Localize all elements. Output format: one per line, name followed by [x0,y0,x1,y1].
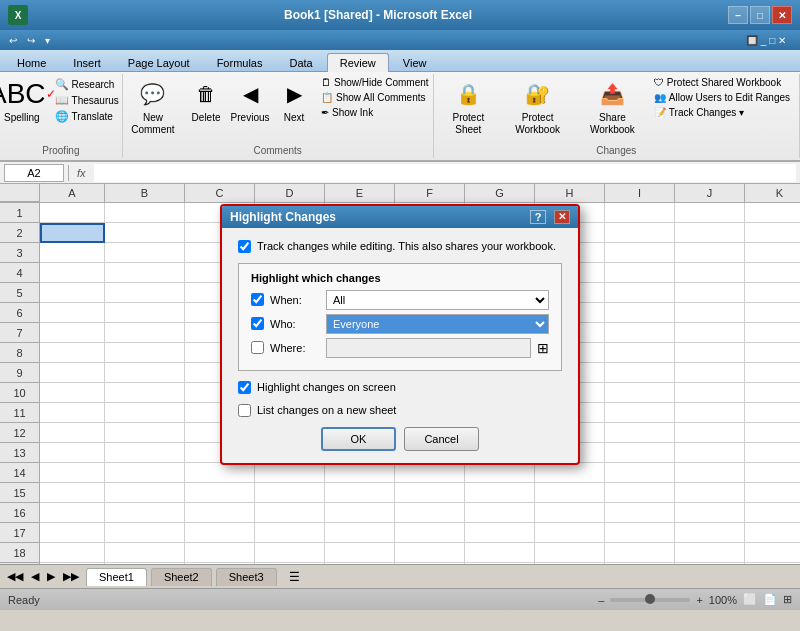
thesaurus-button[interactable]: 📖 Thesaurus [52,93,122,108]
sheet-tab-3[interactable]: Sheet3 [216,568,277,586]
sheet-tab-1[interactable]: Sheet1 [86,568,147,586]
track-changes-checkbox-row: Track changes while editing. This also s… [238,240,562,253]
proofing-label: Proofing [42,145,79,158]
comments-label: Comments [253,145,301,158]
zoom-slider[interactable] [610,598,690,602]
where-checkbox[interactable] [251,341,264,354]
delete-comment-button[interactable]: 🗑 Delete [186,76,226,125]
when-select[interactable]: All Since I last saved Not yet reviewed … [326,290,549,310]
zoom-level: 100% [709,594,737,606]
spreadsheet: A B C D E F G H I J K 123456789101112131… [0,184,800,564]
redo-button[interactable]: ↪ [24,34,38,47]
sheet-nav-last[interactable]: ▶▶ [60,570,82,583]
when-row: When: All Since I last saved Not yet rev… [251,290,549,310]
highlight-screen-row: Highlight changes on screen [238,381,562,394]
formula-bar: fx [0,162,800,184]
highlight-changes-dialog: Highlight Changes ? ✕ Track changes whil… [220,204,580,465]
show-ink-button[interactable]: ✒ Show Ink [318,106,431,119]
highlight-screen-label: Highlight changes on screen [257,381,396,393]
where-range-icon[interactable]: ⊞ [537,340,549,356]
window-title: Book1 [Shared] - Microsoft Excel [28,8,728,22]
undo-button[interactable]: ↩ [6,34,20,47]
tab-data[interactable]: Data [276,53,325,71]
proofing-group: ABC✓ Spelling 🔍 Research 📖 Thesaurus [0,74,123,158]
when-label: When: [270,294,320,306]
changes-group: 🔒 Protect Sheet 🔐 Protect Workbook 📤 Sha… [434,74,800,158]
page-layout-view-button[interactable]: 📄 [763,593,777,606]
where-row: Where: ⊞ [251,338,549,358]
ribbon-tabs: Home Insert Page Layout Formulas Data Re… [0,50,800,72]
tab-review[interactable]: Review [327,53,389,72]
page-break-view-button[interactable]: ⊞ [783,593,792,606]
minimize-button[interactable]: – [728,6,748,24]
highlight-screen-checkbox[interactable] [238,381,251,394]
track-changes-label: Track changes while editing. This also s… [257,240,556,252]
track-changes-button[interactable]: 📝 Track Changes ▾ [651,106,793,119]
where-label: Where: [270,342,320,354]
sheet-tab-2[interactable]: Sheet2 [151,568,212,586]
changes-label: Changes [596,145,636,158]
comments-group: 💬 New Comment 🗑 Delete ◀ Previous ▶ Next [123,74,434,158]
highlight-group: Highlight which changes When: All Since … [238,263,562,371]
list-changes-label: List changes on a new sheet [257,404,396,416]
dialog-help-button[interactable]: ? [530,210,546,224]
protect-workbook-button[interactable]: 🔐 Protect Workbook [501,76,574,138]
dialog-title: Highlight Changes [230,210,336,224]
qa-dropdown[interactable]: ▾ [42,34,53,47]
bottom-bar: ◀◀ ◀ ▶ ▶▶ Sheet1 Sheet2 Sheet3 ☰ [0,564,800,588]
app-logo: X [8,5,28,25]
name-box[interactable] [4,164,64,182]
track-changes-checkbox[interactable] [238,240,251,253]
title-bar: X Book1 [Shared] - Microsoft Excel – □ ✕ [0,0,800,30]
dialog-title-bar: Highlight Changes ? ✕ [222,206,578,228]
ready-status: Ready [8,594,40,606]
formula-input[interactable] [94,164,796,182]
highlight-group-label: Highlight which changes [251,272,549,284]
sheet-nav-first[interactable]: ◀◀ [4,570,26,583]
cancel-button[interactable]: Cancel [404,427,479,451]
status-bar: Ready – + 100% ⬜ 📄 ⊞ [0,588,800,610]
spelling-button[interactable]: ABC✓ Spelling [0,76,44,125]
show-hide-comment-button[interactable]: 🗒 Show/Hide Comment [318,76,431,89]
share-workbook-button[interactable]: 📤 Share Workbook [578,76,647,138]
tab-home[interactable]: Home [4,53,59,71]
research-button[interactable]: 🔍 Research [52,77,122,92]
sheet-nav-next[interactable]: ▶ [44,570,58,583]
next-comment-button[interactable]: ▶ Next [274,76,314,125]
list-changes-checkbox[interactable] [238,404,251,417]
quick-access-toolbar: ↩ ↪ ▾ 🔲 _ □ ✕ [0,30,800,50]
who-select[interactable]: Everyone Everyone but Me [326,314,549,334]
who-row: Who: Everyone Everyone but Me [251,314,549,334]
ribbon: ABC✓ Spelling 🔍 Research 📖 Thesaurus [0,72,800,162]
ok-button[interactable]: OK [321,427,396,451]
dialog-overlay: Highlight Changes ? ✕ Track changes whil… [0,184,800,564]
previous-comment-button[interactable]: ◀ Previous [230,76,270,125]
new-comment-button[interactable]: 💬 New Comment [124,76,182,138]
normal-view-button[interactable]: ⬜ [743,593,757,606]
who-checkbox[interactable] [251,317,264,330]
maximize-button[interactable]: □ [750,6,770,24]
who-label: Who: [270,318,320,330]
close-button[interactable]: ✕ [772,6,792,24]
protect-shared-button[interactable]: 🛡 Protect Shared Workbook [651,76,793,89]
show-all-comments-button[interactable]: 📋 Show All Comments [318,91,431,104]
new-sheet-button[interactable]: ☰ [281,568,308,586]
dialog-close-button[interactable]: ✕ [554,210,570,224]
tab-view[interactable]: View [390,53,440,71]
zoom-out-button[interactable]: – [598,594,604,606]
protect-sheet-button[interactable]: 🔒 Protect Sheet [440,76,498,138]
translate-button[interactable]: 🌐 Translate [52,109,122,124]
tab-formulas[interactable]: Formulas [204,53,276,71]
dialog-buttons: OK Cancel [238,427,562,451]
allow-edit-button[interactable]: 👥 Allow Users to Edit Ranges [651,91,793,104]
tab-page-layout[interactable]: Page Layout [115,53,203,71]
where-input[interactable] [326,338,531,358]
when-checkbox[interactable] [251,293,264,306]
sheet-nav-prev[interactable]: ◀ [28,570,42,583]
fx-label: fx [73,167,90,179]
zoom-in-button[interactable]: + [696,594,702,606]
list-changes-row: List changes on a new sheet [238,404,562,417]
tab-insert[interactable]: Insert [60,53,114,71]
